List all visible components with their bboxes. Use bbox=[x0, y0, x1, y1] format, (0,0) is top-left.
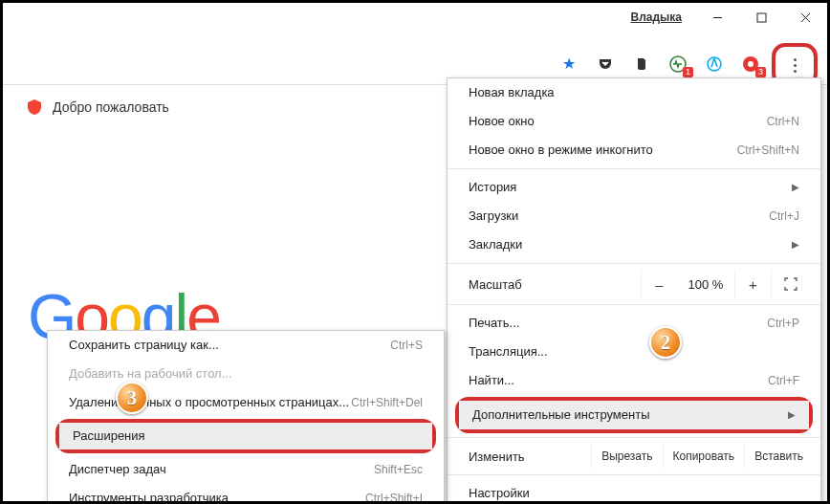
more-tools-submenu: Сохранить страницу как...Ctrl+SДобавить … bbox=[47, 330, 445, 504]
fullscreen-button[interactable] bbox=[771, 270, 809, 298]
cut-button[interactable]: Вырезать bbox=[591, 444, 662, 469]
menu-item[interactable]: Новая вкладка bbox=[448, 78, 820, 107]
menu-item-more-tools[interactable]: Дополнительные инструменты▶ bbox=[459, 401, 809, 429]
yandex-icon[interactable]: 3 bbox=[741, 55, 760, 74]
menu-item[interactable]: Диспетчер задачShift+Esc bbox=[48, 455, 444, 484]
menu-item-extensions[interactable]: Расширения bbox=[59, 423, 432, 449]
welcome-text: Добро пожаловать bbox=[53, 99, 169, 115]
shortcut: Ctrl+N bbox=[767, 114, 799, 129]
paste-button[interactable]: Вставить bbox=[744, 444, 813, 469]
annotation-badge-2: 2 bbox=[649, 326, 682, 359]
chevron-right-icon: ▶ bbox=[788, 407, 796, 423]
zoom-label: Масштаб bbox=[469, 277, 641, 292]
menu-item[interactable]: История▶ bbox=[448, 173, 820, 202]
extensions-callout: Расширения bbox=[55, 419, 436, 453]
pulse-icon[interactable]: 1 bbox=[668, 55, 688, 74]
badge-count: 3 bbox=[755, 67, 766, 77]
zoom-in-button[interactable]: + bbox=[734, 270, 771, 298]
menu-item[interactable]: Печать...Ctrl+P bbox=[448, 309, 820, 338]
close-button[interactable] bbox=[783, 3, 827, 32]
menu-item: Добавить на рабочий стол... bbox=[48, 360, 444, 388]
main-menu-button[interactable] bbox=[783, 51, 806, 79]
zoom-out-button[interactable]: – bbox=[641, 270, 677, 298]
menu-item[interactable]: Сохранить страницу как...Ctrl+S bbox=[48, 331, 444, 360]
shortcut: Ctrl+F bbox=[768, 373, 799, 388]
minimize-button[interactable] bbox=[695, 3, 739, 32]
more-tools-callout: Дополнительные инструменты▶ bbox=[455, 397, 813, 433]
zoom-value: 100 % bbox=[677, 277, 734, 292]
maximize-button[interactable] bbox=[739, 3, 783, 32]
badge-count: 1 bbox=[683, 67, 693, 77]
edit-row: ИзменитьВырезатьКопироватьВставить bbox=[448, 442, 820, 471]
menu-item[interactable]: Найти...Ctrl+F bbox=[448, 366, 820, 395]
chevron-right-icon: ▶ bbox=[792, 180, 799, 195]
main-menu: Новая вкладкаНовое окноCtrl+NНовое окно … bbox=[447, 77, 821, 504]
opera-icon[interactable] bbox=[705, 55, 724, 74]
chevron-right-icon: ▶ bbox=[792, 237, 799, 252]
shortcut: Ctrl+Shift+N bbox=[737, 142, 799, 158]
adblock-icon bbox=[26, 99, 43, 116]
pocket-icon[interactable] bbox=[596, 55, 615, 74]
shortcut: Shift+Esc bbox=[374, 462, 423, 477]
shortcut: Ctrl+Shift+I bbox=[365, 491, 423, 504]
zoom-row: Масштаб–100 %+ bbox=[448, 268, 820, 300]
profile-name[interactable]: Владыка bbox=[617, 11, 695, 24]
menu-item[interactable]: Закладки▶ bbox=[448, 230, 820, 259]
menu-item[interactable]: ЗагрузкиCtrl+J bbox=[448, 202, 820, 230]
menu-item[interactable]: Инструменты разработчикаCtrl+Shift+I bbox=[48, 484, 444, 504]
menu-item[interactable]: Новое окноCtrl+N bbox=[448, 107, 820, 136]
menu-item[interactable]: Новое окно в режиме инкогнитоCtrl+Shift+… bbox=[448, 136, 820, 164]
menu-item[interactable]: Удаление данных о просмотренных страница… bbox=[48, 388, 444, 417]
shortcut: Ctrl+J bbox=[769, 208, 799, 224]
shortcut: Ctrl+P bbox=[767, 316, 799, 331]
evernote-icon[interactable] bbox=[632, 55, 651, 74]
window-titlebar: Владыка bbox=[617, 3, 827, 32]
edit-label: Изменить bbox=[469, 449, 591, 464]
menu-item[interactable]: Настройки bbox=[448, 479, 820, 504]
annotation-badge-3: 3 bbox=[116, 382, 148, 414]
menu-item[interactable]: Трансляция... bbox=[448, 338, 820, 366]
bookmark-star-icon[interactable]: ★ bbox=[559, 55, 579, 74]
copy-button[interactable]: Копировать bbox=[663, 444, 745, 469]
welcome-bar: Добро пожаловать bbox=[26, 99, 169, 116]
svg-rect-0 bbox=[757, 13, 766, 22]
svg-point-4 bbox=[748, 61, 754, 67]
shortcut: Ctrl+Shift+Del bbox=[351, 395, 423, 410]
shortcut: Ctrl+S bbox=[390, 338, 423, 353]
